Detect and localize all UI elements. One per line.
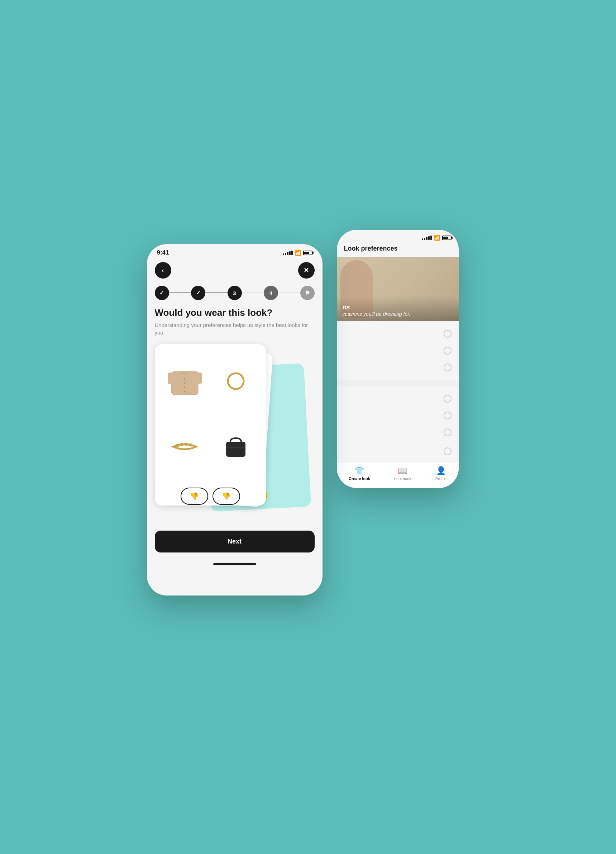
signal-bars-back: [422, 236, 432, 240]
card-items: [155, 344, 266, 484]
create-look-icon: 👕: [354, 466, 364, 476]
step-line-1-2: [169, 293, 192, 293]
bag-svg: [223, 435, 248, 459]
sig-bar3: [287, 252, 289, 255]
status-bar-back: 📶: [337, 230, 459, 244]
step-5-label: ⚑: [305, 290, 310, 296]
card-front[interactable]: 👎 👎: [155, 344, 266, 506]
option-item-6[interactable]: [337, 424, 459, 441]
step-3-label: 3: [233, 290, 236, 296]
status-icons: 📶: [283, 250, 312, 256]
phones-container: 📶 Look preferences ns ccasions you'll be…: [147, 230, 470, 624]
svg-point-5: [184, 391, 185, 393]
step-1: ✓: [155, 286, 169, 300]
nav-item-create-look[interactable]: 👕 Create look: [349, 466, 370, 481]
cards-container: 👍: [155, 344, 315, 523]
radio-1[interactable]: [444, 330, 452, 338]
phone-front: 9:41 📶 ‹ ✕: [147, 244, 322, 596]
home-indicator: [213, 563, 256, 565]
outfit-overlay-text-1: ns: [342, 303, 453, 311]
sig-bar5: [291, 251, 293, 255]
svg-point-2: [184, 378, 185, 380]
main-title: Would you wear this look?: [155, 307, 315, 319]
battery-fill-back: [443, 236, 448, 239]
phone-back: 📶 Look preferences ns ccasions you'll be…: [337, 230, 459, 488]
dislike-icon-2: 👎: [222, 492, 231, 500]
card-actions-front: 👎 👎: [155, 484, 266, 506]
progress-steps: ✓ ✓ 3 4 ⚑: [147, 281, 322, 307]
lookbook-icon: 📖: [398, 466, 408, 476]
page-title: Look preferences: [344, 245, 398, 252]
radio-2[interactable]: [444, 347, 452, 355]
cardigan-item: [161, 350, 209, 413]
radio-6[interactable]: [444, 429, 452, 436]
bar2: [424, 238, 425, 240]
svg-point-8: [228, 373, 244, 389]
step-line-2-3: [205, 293, 228, 293]
svg-point-4: [184, 386, 185, 388]
battery-icon-back: [442, 236, 452, 240]
bracelet-svg: [170, 441, 199, 453]
nav-buttons: ‹ ✕: [147, 259, 322, 281]
outfit-photo: ns ccasions you'll be dressing for.: [337, 257, 459, 321]
next-button[interactable]: Next: [155, 531, 315, 552]
profile-label: Profile: [435, 476, 447, 481]
svg-rect-13: [226, 442, 245, 457]
sig-bar2: [285, 253, 286, 255]
radio-7[interactable]: [444, 447, 452, 455]
option-item-7[interactable]: [337, 441, 459, 460]
close-icon: ✕: [304, 266, 309, 274]
profile-icon: 👤: [436, 466, 446, 476]
ring-svg: [226, 371, 246, 391]
outfit-overlay-text-2: ccasions you'll be dressing for.: [342, 311, 453, 317]
step-1-label: ✓: [160, 290, 164, 296]
bottom-navigation: 👕 Create look 📖 Lookbook 👤 Profile: [337, 462, 459, 488]
option-item-2[interactable]: [337, 342, 459, 359]
back-button[interactable]: ‹: [155, 262, 171, 279]
step-2: ✓: [191, 286, 205, 300]
nav-item-lookbook[interactable]: 📖 Lookbook: [394, 466, 411, 481]
wifi-icon-front: 📶: [295, 250, 301, 256]
option-item-3[interactable]: [337, 359, 459, 376]
dislike-button[interactable]: 👎: [181, 488, 208, 505]
svg-point-3: [184, 382, 185, 384]
bracelet-item: [161, 416, 209, 478]
option-item-5[interactable]: [337, 407, 459, 424]
sig-bar4: [289, 251, 291, 255]
option-item-4[interactable]: [337, 390, 459, 407]
options-group2: [337, 386, 459, 464]
back-icon: ‹: [162, 267, 164, 274]
radio-5[interactable]: [444, 412, 452, 419]
dislike-button-2[interactable]: 👎: [213, 488, 240, 505]
option-item-1[interactable]: [337, 326, 459, 342]
page-title-bar: Look preferences: [337, 244, 459, 257]
status-bar-front: 9:41 📶: [147, 244, 322, 259]
sig-bar1: [283, 253, 284, 255]
section-divider: [337, 380, 459, 386]
ring-item: [212, 350, 260, 413]
signal-bars-front: [283, 251, 293, 255]
svg-rect-7: [195, 372, 202, 384]
step-line-4-5: [278, 293, 300, 293]
main-subtitle: Understanding your preferences helps us …: [155, 321, 315, 336]
battery-fill-front: [304, 252, 309, 254]
bar4: [428, 236, 430, 240]
wifi-icon-back: 📶: [434, 235, 440, 241]
bag-item: [212, 416, 260, 478]
options-group1: [337, 321, 459, 380]
close-button[interactable]: ✕: [298, 262, 315, 279]
bar1: [422, 238, 423, 240]
status-time: 9:41: [157, 249, 169, 256]
main-content: Would you wear this look? Understanding …: [147, 307, 322, 523]
step-5: ⚑: [300, 286, 315, 300]
step-2-label: ✓: [196, 290, 201, 296]
bar3: [426, 237, 427, 240]
radio-4[interactable]: [444, 395, 452, 403]
bar5: [430, 236, 432, 240]
step-line-3-4: [242, 293, 264, 293]
dislike-icon: 👎: [190, 492, 199, 500]
outfit-photo-overlay: ns ccasions you'll be dressing for.: [337, 296, 459, 321]
radio-3[interactable]: [444, 363, 452, 371]
svg-rect-6: [168, 372, 174, 384]
nav-item-profile[interactable]: 👤 Profile: [435, 466, 447, 481]
